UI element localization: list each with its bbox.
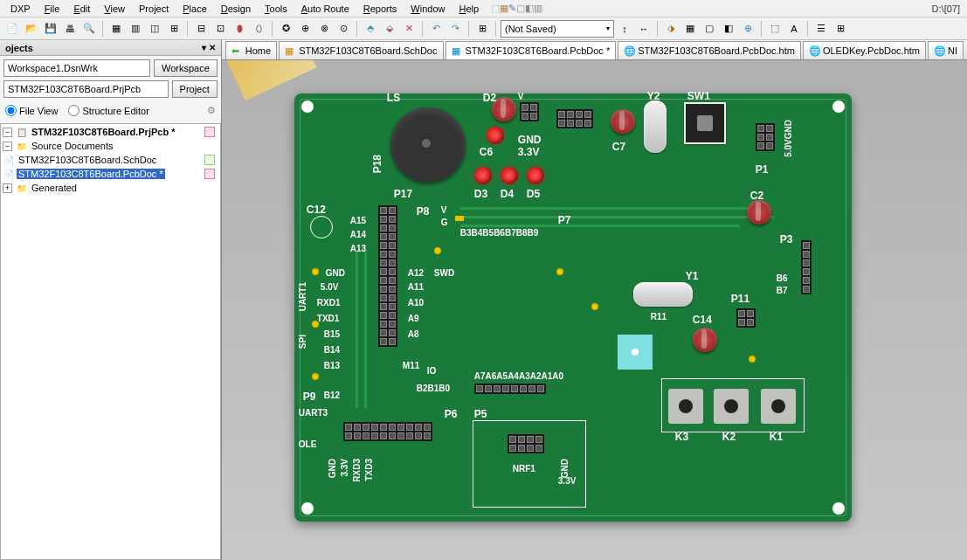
tool-d2[interactable]: ⊕ (296, 20, 314, 38)
document-tabs: ⬅Home ▦STM32F103C8T6Board.SchDoc ▦STM32F… (222, 40, 967, 60)
silk-b2b1b0: B2B1B0 (417, 384, 450, 393)
toolbar-icon-2[interactable]: ▦ (500, 3, 508, 14)
toolbar-icon-5[interactable]: ◧ (525, 3, 534, 14)
tool-d3[interactable]: ⊗ (315, 20, 333, 38)
silk-33b: 3.3V (340, 459, 349, 477)
open-icon[interactable]: 📂 (23, 20, 40, 38)
menu-project[interactable]: Project (132, 2, 176, 16)
pcb-viewport[interactable]: LS D2 C6 V GND 3.3V C7 (222, 60, 967, 560)
tool-h3[interactable]: ▢ (701, 20, 718, 38)
tree-source-docs[interactable]: −📁 Source Documents (1, 139, 220, 153)
silk-sw1: SW1 (687, 90, 710, 102)
silk-ls: LS (387, 92, 400, 104)
tool-g2[interactable]: ↔ (635, 20, 653, 38)
project-button[interactable]: Project (172, 80, 218, 98)
silk-g: G (441, 218, 448, 227)
project-input[interactable] (3, 80, 169, 98)
tree-project-root[interactable]: −📋 STM32F103C8T6Board.PrjPcb * (1, 125, 220, 139)
silk-rxd3: RXD3 (352, 459, 362, 482)
silk-k3: K3 (675, 431, 688, 443)
undo-icon[interactable]: ↶ (427, 20, 445, 38)
panel-menu-icon[interactable]: ⚙ (207, 105, 216, 116)
structure-radio[interactable]: Structure Editor (68, 105, 149, 116)
silk-b13: B13 (324, 361, 340, 370)
menu-reports[interactable]: Reports (356, 2, 404, 16)
tool-e1[interactable]: ⬘ (362, 20, 379, 38)
tool-c4[interactable]: ⬯ (250, 20, 267, 38)
silk-v: V (518, 92, 524, 101)
tool-d4[interactable]: ⊙ (335, 20, 352, 38)
silk-b6: B6 (777, 273, 788, 283)
print-icon[interactable]: 🖶 (61, 20, 79, 38)
menu-place[interactable]: Place (176, 2, 214, 16)
tree-generated[interactable]: +📁 Generated (1, 181, 220, 195)
save-state-dropdown[interactable]: (Not Saved) (501, 20, 614, 38)
silk-m11: M11 (403, 361, 419, 370)
silk-a12: A12 (408, 268, 424, 278)
tool-b1[interactable]: ▦ (107, 20, 125, 38)
redo-icon[interactable]: ↷ (446, 20, 464, 38)
silk-p1: P1 (756, 163, 769, 176)
tab-oledkey-htm[interactable]: 🌐OLEDKey.PcbDoc.htm (803, 41, 926, 59)
led-d4 (501, 167, 518, 184)
menu-file[interactable]: File (38, 2, 67, 16)
tool-c3[interactable]: ⬮ (231, 20, 248, 38)
menu-view[interactable]: View (97, 2, 132, 16)
pin-icon[interactable]: ▾ ✕ (202, 43, 216, 52)
tool-h4[interactable]: ◧ (720, 20, 737, 38)
tool-j1[interactable]: ☰ (812, 20, 830, 38)
tool-j2[interactable]: ⊞ (832, 20, 849, 38)
tool-h5[interactable]: ⊕ (739, 20, 756, 38)
tool-e2[interactable]: ⬙ (381, 20, 398, 38)
hdr-bottom-l (343, 422, 432, 441)
tool-g1[interactable]: ↕ (616, 20, 633, 38)
tool-i1[interactable]: ⬚ (766, 20, 784, 38)
toolbar-icon-4[interactable]: ▢ (516, 3, 525, 14)
tool-b2[interactable]: ▥ (127, 20, 144, 38)
preview-icon[interactable]: 🔍 (80, 20, 98, 38)
new-icon[interactable]: 📄 (3, 20, 21, 38)
tab-ni[interactable]: 🌐NI (928, 41, 964, 59)
silk-c12: C12 (307, 204, 326, 216)
workspace-button[interactable]: Workspace (154, 59, 218, 77)
silk-rxd1: RXD1 (317, 298, 341, 308)
toolbar-icon-3[interactable]: ✎ (508, 3, 516, 14)
file-view-radio[interactable]: File View (5, 105, 58, 116)
tool-h1[interactable]: ⬗ (662, 20, 680, 38)
silk-txd3: TXD3 (364, 459, 374, 481)
tool-b4[interactable]: ⊞ (165, 20, 183, 38)
toolbar-icon-6[interactable]: ▥ (534, 3, 542, 14)
tool-d1[interactable]: ✪ (277, 20, 294, 38)
save-icon[interactable]: 💾 (42, 20, 59, 38)
menu-tools[interactable]: Tools (258, 2, 294, 16)
tab-home[interactable]: ⬅Home (225, 41, 277, 59)
toolbar-icon-1[interactable]: ⬚ (491, 3, 500, 14)
menu-autoroute[interactable]: Auto Route (294, 2, 356, 16)
main-toolbar: 📄 📂 💾 🖶 🔍 ▦ ▥ ◫ ⊞ ⊟ ⊡ ⬮ ⬯ ✪ ⊕ ⊗ ⊙ ⬘ ⬙ ✕ … (0, 17, 967, 40)
menu-window[interactable]: Window (404, 2, 452, 16)
tool-f1[interactable]: ⊞ (473, 20, 491, 38)
tool-c1[interactable]: ⊟ (192, 20, 210, 38)
workspace-input[interactable] (3, 59, 150, 77)
tree-schdoc[interactable]: 📄 STM32F103C8T6Board.SchDoc (1, 153, 220, 167)
tool-b3[interactable]: ◫ (146, 20, 163, 38)
tab-schdoc[interactable]: ▦STM32F103C8T6Board.SchDoc (279, 41, 443, 59)
hdr-main (378, 205, 397, 347)
tab-pcbdoc[interactable]: ▦STM32F103C8T6Board.PcbDoc * (446, 41, 617, 59)
buzzer-ls (390, 107, 466, 183)
tool-h2[interactable]: ▦ (681, 20, 699, 38)
tab-pcbdoc-htm[interactable]: 🌐STM32F103C8T6Board.PcbDoc.htm (618, 41, 801, 59)
silk-5vgnd: 5.0VGND (784, 120, 793, 157)
tree-pcbdoc[interactable]: 📄 STM32F103C8T6Board.PcbDoc * (1, 167, 220, 181)
silk-k2: K2 (722, 431, 736, 443)
menu-dxp[interactable]: DXP (3, 2, 38, 16)
tool-i2[interactable]: A (785, 20, 803, 38)
projects-panel: ojects ▾ ✕ Workspace Project File View S… (0, 40, 222, 560)
tool-c2[interactable]: ⊡ (211, 20, 229, 38)
silk-a15: A15 (350, 216, 366, 225)
menu-edit[interactable]: Edit (66, 2, 97, 16)
tool-e3[interactable]: ✕ (400, 20, 418, 38)
silk-p18: P18 (371, 155, 383, 173)
menu-help[interactable]: Help (452, 2, 486, 16)
menu-design[interactable]: Design (214, 2, 258, 16)
